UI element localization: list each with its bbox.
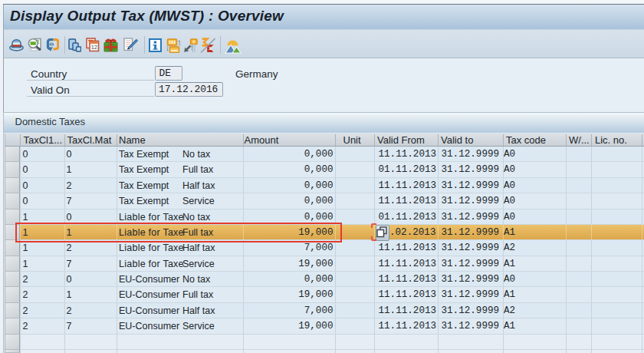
svg-text:12: 12 [91,44,97,51]
